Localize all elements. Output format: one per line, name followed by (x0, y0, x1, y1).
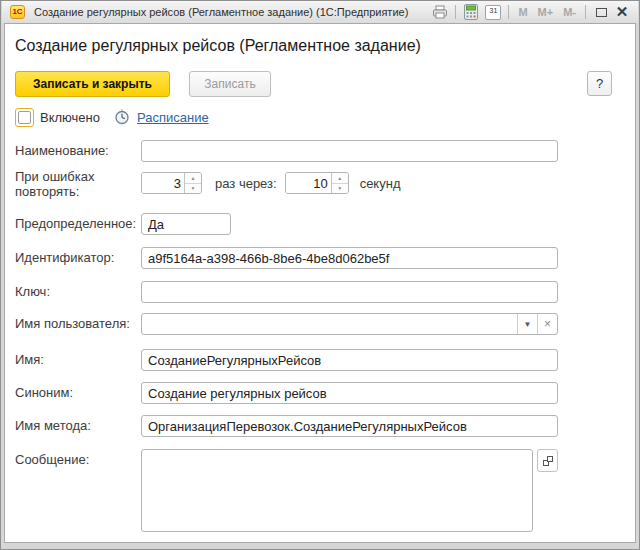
memory-recall-button[interactable]: M (513, 6, 532, 18)
int-name-input[interactable] (141, 349, 558, 371)
window-titlebar: 1С Создание регулярных рейсов (Регламент… (2, 1, 638, 23)
name-label: Наименование: (15, 143, 139, 158)
retry-between-label: раз через: (215, 176, 277, 191)
identifier-input[interactable] (141, 247, 558, 269)
stepper-arrows: ▲ ▼ (184, 173, 201, 193)
predefined-input[interactable] (141, 213, 231, 235)
identifier-label: Идентификатор: (15, 250, 139, 265)
dropdown-icon[interactable]: ▼ (517, 314, 537, 334)
calendar-day-label: 31 (486, 6, 500, 15)
stepper-down-icon[interactable]: ▼ (185, 184, 201, 194)
username-input[interactable] (142, 314, 517, 334)
maximize-button[interactable] (590, 3, 612, 21)
retry-unit-label: секунд (360, 176, 401, 191)
form-content: Создание регулярных рейсов (Регламентное… (4, 23, 636, 543)
stepper-arrows: ▲ ▼ (331, 173, 348, 193)
schedule-link[interactable]: Расписание (137, 110, 209, 125)
titlebar-separator (508, 5, 509, 19)
username-label: Имя пользователя: (15, 316, 139, 331)
int-name-label: Имя: (15, 352, 139, 367)
save-close-button[interactable]: Записать и закрыть (15, 71, 170, 97)
method-label: Имя метода: (15, 418, 139, 433)
key-input[interactable] (141, 281, 558, 303)
retry-count-input[interactable] (142, 173, 184, 193)
maximize-icon (596, 8, 607, 17)
synonym-input[interactable] (141, 382, 558, 404)
message-label: Сообщение: (15, 452, 139, 467)
stepper-up-icon[interactable]: ▲ (185, 173, 201, 184)
titlebar-separator (585, 5, 586, 19)
predefined-label: Предопределенное: (15, 216, 139, 231)
titlebar-separator (455, 5, 456, 19)
stepper-up-icon[interactable]: ▲ (332, 173, 348, 184)
checkbox-box (18, 111, 31, 124)
memory-add-button[interactable]: M+ (533, 6, 559, 18)
retry-count-stepper[interactable]: ▲ ▼ (141, 172, 202, 194)
print-icon[interactable] (429, 3, 451, 21)
1c-logo-icon: 1С (10, 5, 25, 19)
enabled-checkbox[interactable] (15, 108, 34, 127)
key-label: Ключ: (15, 284, 139, 299)
message-textarea[interactable] (141, 449, 533, 532)
app-window: 1С Создание регулярных рейсов (Регламент… (0, 0, 640, 550)
window-title: Создание регулярных рейсов (Регламентное… (34, 6, 408, 18)
help-button[interactable]: ? (587, 71, 612, 96)
name-input[interactable] (141, 140, 558, 162)
retry-label: При ошибках повторять: (15, 169, 110, 199)
retry-interval-input[interactable] (286, 173, 331, 193)
save-button[interactable]: Записать (189, 71, 271, 97)
calendar-icon[interactable]: 31 (482, 3, 504, 21)
enabled-label: Включено (40, 110, 100, 125)
expand-icon (543, 456, 553, 466)
schedule-row: Включено Расписание (15, 106, 209, 128)
close-button[interactable]: ✕ (612, 3, 632, 21)
clock-icon (114, 109, 130, 125)
titlebar-icon-group: 31 M M+ M- ✕ (429, 1, 632, 23)
clear-icon[interactable]: × (537, 314, 557, 334)
open-in-window-button[interactable] (537, 449, 558, 472)
calculator-icon[interactable] (460, 3, 482, 21)
retry-row: ▲ ▼ раз через: ▲ ▼ секунд (141, 172, 400, 194)
method-input[interactable] (141, 415, 558, 437)
username-combobox[interactable]: ▼ × (141, 313, 558, 335)
retry-interval-stepper[interactable]: ▲ ▼ (285, 172, 349, 194)
page-title: Создание регулярных рейсов (Регламентное… (15, 37, 421, 55)
synonym-label: Синоним: (15, 385, 139, 400)
memory-subtract-button[interactable]: M- (558, 6, 581, 18)
stepper-down-icon[interactable]: ▼ (332, 184, 348, 194)
